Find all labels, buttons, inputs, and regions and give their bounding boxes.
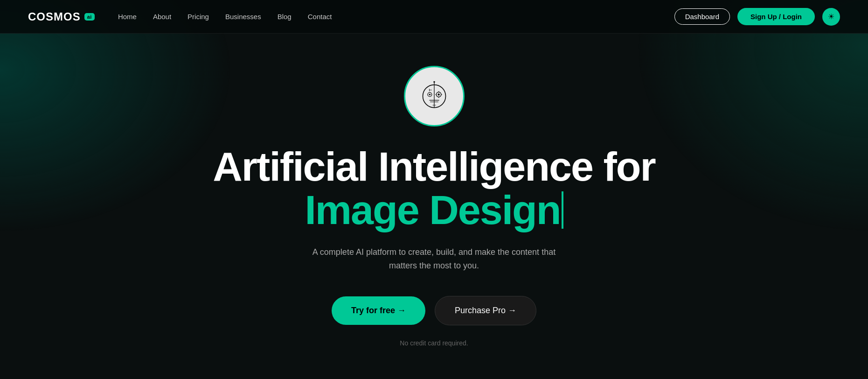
purchase-pro-button[interactable]: Purchase Pro →	[435, 296, 536, 325]
title-word-image: Image	[305, 189, 418, 232]
svg-point-5	[437, 94, 439, 96]
nav-item-contact[interactable]: Contact	[308, 13, 332, 21]
logo[interactable]: COSMOS ai	[28, 10, 95, 23]
navbar: COSMOS ai Home About Pricing Businesses …	[0, 0, 868, 34]
nav-item-home[interactable]: Home	[118, 13, 137, 21]
ai-robot-icon	[418, 80, 451, 112]
nav-item-pricing[interactable]: Pricing	[187, 13, 209, 21]
nav-links: Home About Pricing Businesses Blog Conta…	[118, 13, 332, 21]
nav-right: Dashboard Sign Up / Login ☀	[674, 8, 840, 26]
nav-item-businesses[interactable]: Businesses	[225, 13, 261, 21]
nav-left: COSMOS ai Home About Pricing Businesses …	[28, 10, 332, 23]
dashboard-button[interactable]: Dashboard	[674, 8, 730, 25]
cursor-blink	[562, 191, 563, 229]
nav-item-blog[interactable]: Blog	[278, 13, 292, 21]
hero-note: No credit card required.	[400, 339, 468, 347]
hero-section: Artificial Intelligence for Image Design…	[0, 34, 868, 379]
theme-toggle-button[interactable]: ☀	[822, 8, 840, 26]
title-word-design: Design	[429, 189, 560, 232]
hero-title-line1: Artificial Intelligence for	[213, 145, 655, 188]
svg-point-3	[429, 94, 431, 96]
sun-icon: ☀	[828, 12, 834, 21]
hero-title-line2: Image Design	[305, 189, 563, 246]
hero-buttons: Try for free → Purchase Pro →	[332, 296, 536, 325]
hero-subtitle: A complete AI platform to create, build,…	[304, 246, 565, 273]
logo-badge: ai	[84, 13, 95, 21]
hero-icon-container	[404, 66, 465, 126]
svg-point-15	[433, 81, 435, 83]
logo-text: COSMOS	[28, 10, 81, 23]
signup-button[interactable]: Sign Up / Login	[737, 8, 815, 25]
try-free-button[interactable]: Try for free →	[332, 296, 425, 325]
nav-item-about[interactable]: About	[153, 13, 171, 21]
